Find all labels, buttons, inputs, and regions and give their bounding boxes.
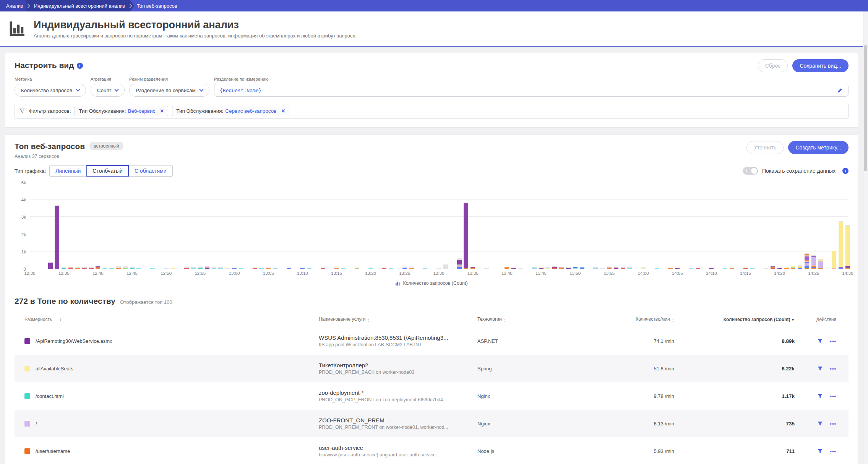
- bar-segment[interactable]: [764, 268, 768, 269]
- bar-segment[interactable]: [805, 268, 809, 269]
- more-actions-icon[interactable]: •••: [830, 448, 836, 454]
- bar-segment[interactable]: [675, 268, 680, 269]
- create-metric-button[interactable]: Создать метрику...: [788, 141, 849, 154]
- bar-segment[interactable]: [805, 260, 809, 261]
- bar-segment[interactable]: [402, 267, 407, 268]
- bar-segment[interactable]: [96, 267, 100, 268]
- bar-segment[interactable]: [845, 266, 850, 267]
- bar-segment[interactable]: [811, 255, 816, 256]
- bar-segment[interactable]: [436, 268, 441, 269]
- bar-segment[interactable]: [845, 225, 850, 226]
- bar-segment[interactable]: [464, 268, 468, 269]
- bar-segment[interactable]: [621, 268, 625, 269]
- bar-segment[interactable]: [552, 266, 557, 267]
- reset-button[interactable]: Сброс: [758, 59, 788, 72]
- bar-segment[interactable]: [511, 268, 516, 269]
- breadcrumb-multidimensional-analysis[interactable]: Индивидуальный всесторонний анализ: [26, 0, 134, 11]
- bar-segment[interactable]: [723, 268, 727, 269]
- bar-segment[interactable]: [239, 268, 243, 269]
- bar-segment[interactable]: [614, 267, 618, 268]
- bar-segment[interactable]: [566, 268, 571, 269]
- service-name[interactable]: ТикетКонтроллер2: [319, 362, 470, 368]
- bar-segment[interactable]: [627, 267, 632, 268]
- bar-segment[interactable]: [668, 268, 673, 269]
- bar-segment[interactable]: [253, 268, 257, 269]
- chart-legend[interactable]: Количество запросов (Count): [15, 281, 849, 286]
- bar-segment[interactable]: [184, 267, 189, 268]
- filter-row-icon[interactable]: [817, 338, 823, 344]
- bar-segment[interactable]: [607, 267, 612, 268]
- bar-segment[interactable]: [55, 206, 59, 269]
- chart-type-area-button[interactable]: С областями: [128, 165, 173, 177]
- bar-segment[interactable]: [198, 267, 203, 268]
- bar-segment[interactable]: [832, 251, 836, 268]
- bar-segment[interactable]: [811, 265, 816, 266]
- bar-segment[interactable]: [805, 263, 809, 266]
- bar-segment[interactable]: [212, 267, 216, 268]
- bar-segment[interactable]: [845, 268, 850, 269]
- bar-segment[interactable]: [457, 267, 462, 269]
- bar-segment[interactable]: [709, 268, 714, 269]
- bar-segment[interactable]: [545, 268, 550, 269]
- bar-segment[interactable]: [811, 267, 816, 268]
- bar-segment[interactable]: [839, 221, 843, 222]
- bar-segment[interactable]: [539, 268, 544, 268]
- bar-segment[interactable]: [484, 268, 489, 269]
- scrollbar-track[interactable]: [863, 11, 868, 464]
- bar-segment[interactable]: [171, 268, 175, 268]
- scrollbar-thumb[interactable]: [864, 45, 867, 171]
- bar-segment[interactable]: [198, 268, 203, 269]
- bar-segment[interactable]: [355, 268, 359, 269]
- service-name[interactable]: WSUS Administration:8530,8531 (/ApiRemot…: [319, 334, 470, 341]
- bar-segment[interactable]: [532, 268, 537, 269]
- bar-segment[interactable]: [818, 261, 823, 268]
- bar-segment[interactable]: [68, 268, 73, 268]
- bar-segment[interactable]: [232, 268, 237, 269]
- request-filter-bar[interactable]: Фильтр запросов: Тип Обслуживания: Веб-с…: [15, 103, 849, 119]
- bar-segment[interactable]: [641, 268, 646, 269]
- bar-segment[interactable]: [457, 265, 462, 266]
- bar-segment[interactable]: [464, 203, 468, 203]
- pencil-icon[interactable]: [837, 88, 843, 93]
- bar-segment[interactable]: [171, 268, 175, 269]
- bar-segment[interactable]: [798, 268, 802, 268]
- bar-segment[interactable]: [457, 258, 462, 260]
- bar-segment[interactable]: [82, 267, 87, 268]
- more-actions-icon[interactable]: •••: [830, 393, 836, 399]
- column-header[interactable]: Количество/мин▲▼: [626, 316, 674, 322]
- bar-segment[interactable]: [805, 262, 809, 263]
- bar-segment[interactable]: [771, 268, 775, 269]
- bar-segment[interactable]: [287, 268, 291, 269]
- bar-segment[interactable]: [334, 268, 339, 269]
- bar-segment[interactable]: [191, 268, 196, 269]
- bar-segment[interactable]: [743, 268, 748, 269]
- bar-segment[interactable]: [409, 268, 414, 268]
- filter-row-icon[interactable]: [817, 421, 823, 427]
- filter-chip[interactable]: Тип Обслуживания: Сервис веб-запросов ✕: [172, 106, 289, 116]
- remove-chip-icon[interactable]: ✕: [281, 108, 285, 114]
- bar-segment[interactable]: [96, 266, 100, 266]
- save-view-button[interactable]: Сохранить вид...: [792, 59, 849, 72]
- dimension-input[interactable]: {Request:Name}: [214, 84, 849, 97]
- bar-segment[interactable]: [805, 266, 809, 268]
- bar-segment[interactable]: [423, 268, 427, 269]
- bar-segment[interactable]: [300, 268, 305, 269]
- bar-segment[interactable]: [552, 267, 557, 268]
- bar-segment[interactable]: [457, 260, 462, 264]
- bar-segment[interactable]: [573, 268, 578, 269]
- bar-segment[interactable]: [218, 268, 223, 269]
- bar-segment[interactable]: [205, 268, 209, 269]
- bar-segment[interactable]: [205, 266, 209, 268]
- bar-segment[interactable]: [818, 259, 823, 260]
- column-header[interactable]: Размерность▲▼: [24, 317, 319, 322]
- bar-segment[interactable]: [811, 256, 816, 257]
- bar-segment[interactable]: [471, 267, 475, 268]
- bar-segment[interactable]: [627, 268, 632, 269]
- bar-segment[interactable]: [409, 268, 414, 269]
- bar-segment[interactable]: [709, 268, 714, 268]
- bar-segment[interactable]: [573, 267, 578, 268]
- bar-segment[interactable]: [607, 268, 612, 269]
- bar-segment[interactable]: [614, 268, 618, 268]
- bar-segment[interactable]: [382, 268, 386, 269]
- bar-segment[interactable]: [253, 268, 257, 268]
